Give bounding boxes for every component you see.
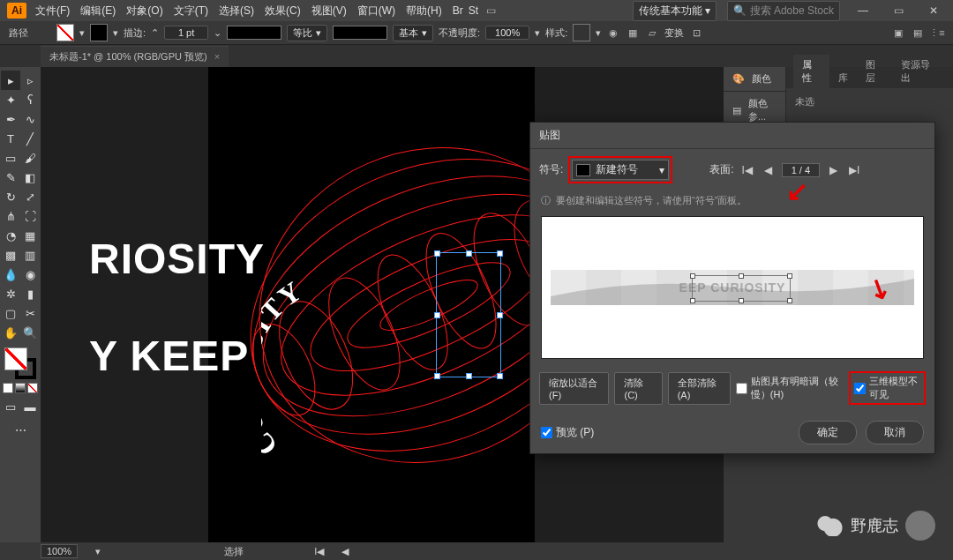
align-icon[interactable]: ▦	[626, 26, 640, 40]
magic-wand-tool[interactable]: ✦	[1, 90, 20, 109]
panel-icon[interactable]: ⋮≡	[930, 26, 944, 40]
perspective-tool[interactable]: ▦	[20, 226, 40, 245]
scale-tool[interactable]: ⤢	[20, 187, 40, 206]
opacity-value[interactable]: 100%	[485, 26, 529, 40]
fill-stroke-control[interactable]	[4, 347, 36, 379]
stroke-swatch[interactable]	[90, 24, 108, 41]
pen-tool[interactable]: ✒	[1, 109, 20, 129]
prev-surface-button[interactable]: ◀	[761, 163, 777, 177]
width-profile-dropdown[interactable]: 等比 ▾	[287, 25, 327, 41]
artboard-tool[interactable]: ▢	[1, 303, 20, 323]
rotate-tool[interactable]: ↻	[1, 187, 20, 206]
eyedropper-tool[interactable]: 💧	[1, 265, 20, 284]
selection-tool[interactable]: ▸	[1, 71, 20, 90]
panel-collapse-icons[interactable]: «	[910, 26, 922, 39]
zoom-level[interactable]: 100%	[41, 544, 78, 558]
menu-effect[interactable]: 效果(C)	[265, 4, 301, 19]
dropdown-chevron-icon[interactable]: ▾	[113, 27, 118, 39]
menu-type[interactable]: 文字(T)	[174, 4, 208, 19]
close-icon[interactable]: ✕	[921, 4, 946, 18]
status-bar: 100% ▾ 选择 I◀ ◀	[0, 542, 953, 560]
color-mode-swatches[interactable]	[3, 383, 38, 393]
paintbrush-tool[interactable]: 🖌	[20, 148, 40, 168]
menu-file[interactable]: 文件(F)	[35, 4, 70, 19]
direct-selection-tool[interactable]: ▹	[20, 71, 40, 90]
tab-asset-export[interactable]: 资源导出	[892, 55, 946, 88]
menu-view[interactable]: 视图(V)	[311, 4, 347, 19]
curvature-tool[interactable]: ∿	[20, 109, 40, 129]
shape-builder-tool[interactable]: ◔	[1, 226, 20, 245]
isolate-icon[interactable]: ⊡	[689, 26, 703, 40]
menu-help[interactable]: 帮助(H)	[406, 4, 442, 19]
last-surface-button[interactable]: ▶I	[846, 163, 862, 177]
style-swatch[interactable]	[573, 24, 590, 41]
tab-close-icon[interactable]: ×	[214, 51, 220, 62]
lasso-tool[interactable]: ʕ	[20, 90, 40, 109]
nav-first-icon[interactable]: I◀	[314, 546, 324, 557]
scale-to-fit-button[interactable]: 缩放以适合 (F)	[539, 372, 609, 405]
nav-prev-icon[interactable]: ◀	[341, 546, 349, 557]
selection-bbox[interactable]	[436, 252, 501, 377]
arrange-icon[interactable]: ▭	[484, 4, 498, 18]
fill-swatch[interactable]	[56, 24, 74, 41]
screen-mode-normal[interactable]: ▭	[1, 397, 20, 416]
width-tool[interactable]: ⋔	[1, 206, 20, 226]
doc-setup-icon[interactable]: ▣	[891, 26, 905, 40]
stock-button[interactable]: St	[469, 4, 478, 17]
invisible-geometry-checkbox[interactable]: 三维模型不可见	[849, 371, 926, 405]
rectangle-tool[interactable]: ▭	[1, 148, 20, 168]
dialog-tip: 要创建和编辑这些符号，请使用“符号”面板。	[556, 194, 747, 207]
mesh-tool[interactable]: ▩	[1, 245, 20, 265]
search-field[interactable]: 🔍 搜索 Adobe Stock	[727, 1, 840, 21]
menu-object[interactable]: 对象(O)	[126, 4, 162, 19]
tab-properties[interactable]: 属性	[793, 55, 829, 88]
hand-tool[interactable]: ✋	[1, 323, 20, 342]
shade-checkbox[interactable]: 贴图具有明暗调（较慢）(H)	[736, 375, 844, 401]
eraser-tool[interactable]: ◧	[20, 168, 40, 187]
transform-label[interactable]: 变换	[664, 26, 684, 40]
brush-def[interactable]	[333, 26, 387, 40]
type-tool[interactable]: T	[1, 129, 20, 148]
line-tool[interactable]: ╱	[20, 129, 40, 148]
edit-toolbar-icon[interactable]: ⋯	[11, 420, 30, 439]
free-transform-tool[interactable]: ⛶	[20, 206, 40, 226]
cancel-button[interactable]: 取消	[866, 421, 924, 444]
menu-window[interactable]: 窗口(W)	[357, 4, 395, 19]
ok-button[interactable]: 确定	[799, 421, 857, 444]
slice-tool[interactable]: ✂	[20, 303, 40, 323]
blend-tool[interactable]: ◉	[20, 265, 40, 284]
symbol-dropdown[interactable]: 新建符号 ▾	[572, 160, 669, 180]
workspace-switcher[interactable]: 传统基本功能 ▾	[633, 1, 717, 21]
tab-libraries[interactable]: 库	[829, 68, 857, 88]
dropdown-chevron-icon[interactable]: ▾	[79, 27, 85, 39]
gradient-tool[interactable]: ▥	[20, 245, 40, 265]
preview-selection-box[interactable]	[692, 275, 791, 302]
recolor-icon[interactable]: ◉	[606, 26, 620, 40]
chevron-down-icon: ▾	[659, 164, 664, 176]
clear-all-button[interactable]: 全部清除 (A)	[668, 372, 731, 405]
menu-edit[interactable]: 编辑(E)	[80, 4, 116, 19]
bridge-button[interactable]: Br	[453, 4, 463, 17]
control-bar: 路径 ▾ ▾ 描边: ⌃ 1 pt ⌄ 等比 ▾ 基本 ▾ 不透明度: 100%…	[0, 21, 953, 45]
graph-tool[interactable]: ▮	[20, 284, 40, 303]
shape-icon[interactable]: ▱	[645, 26, 659, 40]
object-type-label: 路径	[9, 26, 28, 40]
minimize-icon[interactable]: —	[851, 4, 875, 18]
stroke-weight[interactable]: 1 pt	[164, 26, 208, 40]
screen-mode-full[interactable]: ▬	[20, 397, 40, 416]
next-surface-button[interactable]: ▶	[825, 163, 841, 177]
maximize-icon[interactable]: ▭	[886, 4, 911, 18]
document-tab[interactable]: 未标题-1* @ 100% (RGB/GPU 预览)×	[41, 46, 229, 67]
symbol-sprayer-tool[interactable]: ✲	[1, 284, 20, 303]
shaper-tool[interactable]: ✎	[1, 168, 20, 187]
zoom-tool[interactable]: 🔍	[20, 323, 40, 342]
brush-dropdown[interactable]: 基本 ▾	[393, 25, 433, 41]
tab-layers[interactable]: 图层	[857, 55, 893, 88]
clear-button[interactable]: 清除 (C)	[614, 372, 662, 405]
color-panel-collapsed[interactable]: 🎨颜色	[724, 67, 785, 92]
width-profile[interactable]	[227, 26, 281, 40]
menu-select[interactable]: 选择(S)	[219, 4, 254, 19]
symbol-label: 符号:	[539, 162, 563, 177]
preview-checkbox[interactable]: 预览 (P)	[541, 425, 594, 440]
first-surface-button[interactable]: I◀	[739, 163, 755, 177]
